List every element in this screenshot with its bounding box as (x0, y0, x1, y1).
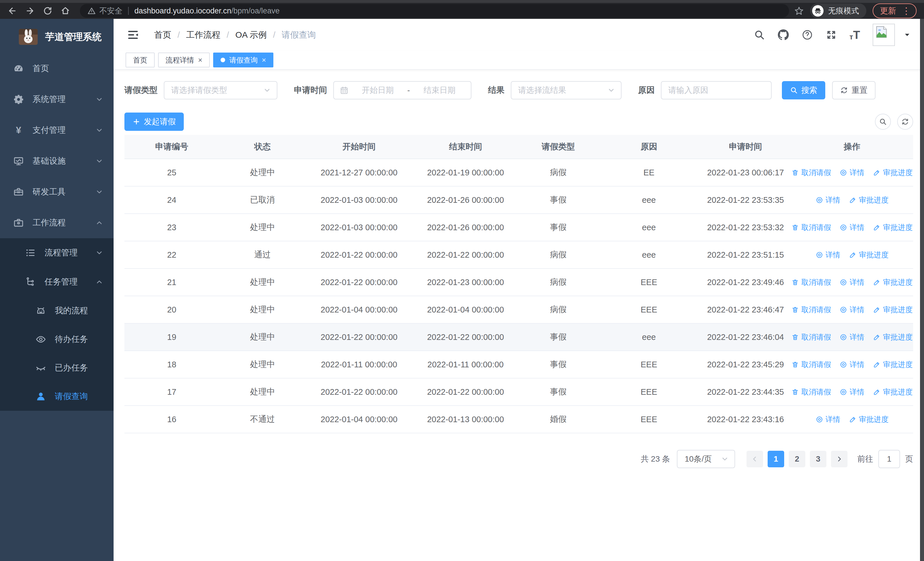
search-icon (790, 86, 798, 94)
approval-progress-link[interactable]: 审批进度 (873, 277, 913, 287)
approval-progress-link[interactable]: 审批进度 (873, 387, 913, 397)
cancel-leave-link[interactable]: 取消请假 (791, 387, 831, 397)
github-icon[interactable] (778, 29, 789, 41)
page-size-value[interactable] (678, 454, 715, 463)
prev-page-button[interactable] (747, 451, 763, 467)
breadcrumb-item[interactable]: 首页 (154, 29, 171, 41)
reason-input-box[interactable] (661, 81, 772, 99)
leave-type-select-input[interactable] (164, 86, 257, 95)
cancel-leave-link[interactable]: 取消请假 (791, 305, 831, 315)
fullscreen-icon[interactable] (825, 29, 837, 41)
cancel-leave-link[interactable]: 取消请假 (791, 277, 831, 287)
sidebar-item-system-mgmt[interactable]: 系统管理 (0, 84, 114, 115)
detail-link[interactable]: 详情 (816, 415, 840, 424)
cancel-leave-link[interactable]: 取消请假 (791, 359, 831, 370)
leave-type-select[interactable] (164, 81, 278, 99)
home-icon[interactable] (60, 6, 70, 16)
tab-close-icon[interactable]: × (198, 56, 202, 64)
sidebar-item-dev-tools[interactable]: 研发工具 (0, 176, 114, 208)
detail-link[interactable]: 详情 (840, 277, 864, 287)
sidebar-item-process-mgmt[interactable]: 流程管理 (0, 238, 114, 267)
sidebar-item-done-tasks[interactable]: 已办任务 (0, 353, 114, 382)
breadcrumb-item[interactable]: OA 示例 (236, 29, 267, 41)
font-size-icon[interactable]: тT (849, 29, 860, 41)
calendar-icon (340, 86, 349, 95)
table-cell: 2022-01-22 23:44:35 (700, 378, 791, 406)
page-button-2[interactable]: 2 (789, 451, 805, 467)
cancel-leave-link[interactable]: 取消请假 (791, 223, 831, 233)
browser-menu-icon[interactable]: ⋮ (902, 6, 911, 15)
browser-update-button[interactable]: 更新 ⋮ (873, 3, 916, 18)
reset-button[interactable]: 重置 (832, 81, 876, 99)
user-menu-caret-icon[interactable] (903, 31, 911, 39)
detail-link[interactable]: 详情 (816, 195, 840, 205)
svg-text:¥: ¥ (16, 125, 21, 135)
tab-leave-query[interactable]: 请假查询× (213, 53, 273, 68)
table-cell: 处理中 (219, 323, 306, 351)
start-date-input[interactable] (349, 86, 406, 95)
end-date-input[interactable] (411, 86, 469, 95)
result-select-input[interactable] (512, 86, 602, 95)
table-row: 19处理中2022-01-22 00:00:002022-01-22 00:00… (124, 323, 913, 351)
tab-home[interactable]: 首页 (126, 53, 154, 68)
forward-icon[interactable] (25, 6, 35, 16)
approval-progress-link[interactable]: 审批进度 (849, 250, 889, 260)
approval-progress-link[interactable]: 审批进度 (873, 223, 913, 233)
address-bar[interactable]: 不安全 dashboard.yudao.iocoder.cn/bpm/oa/le… (80, 4, 789, 18)
detail-link[interactable]: 详情 (840, 359, 864, 370)
table-row: 17处理中2022-01-22 00:00:002022-01-22 00:00… (124, 378, 913, 406)
sidebar-item-infrastructure[interactable]: 基础设施 (0, 146, 114, 176)
page-size-select[interactable] (677, 450, 735, 468)
avatar[interactable] (873, 24, 895, 46)
jump-page-input[interactable] (878, 450, 900, 468)
sidebar-collapse-icon[interactable] (127, 29, 139, 41)
breadcrumb-separator: / (226, 30, 229, 40)
breadcrumb-item[interactable]: 工作流程 (186, 29, 220, 41)
approval-progress-link[interactable]: 审批进度 (873, 168, 913, 177)
reload-icon[interactable] (43, 6, 52, 16)
create-leave-button[interactable]: 发起请假 (124, 113, 184, 131)
sidebar-item-home[interactable]: 首页 (0, 53, 114, 84)
detail-link[interactable]: 详情 (816, 250, 840, 260)
approval-progress-link[interactable]: 审批进度 (849, 195, 889, 205)
detail-link[interactable]: 详情 (840, 387, 864, 397)
next-page-button[interactable] (831, 451, 848, 467)
detail-link[interactable]: 详情 (840, 168, 864, 177)
sidebar-logo[interactable]: 芋道管理系统 (0, 19, 114, 53)
cancel-leave-link[interactable]: 取消请假 (791, 332, 831, 342)
table-cell: 事假 (519, 378, 597, 406)
approval-progress-link[interactable]: 审批进度 (873, 359, 913, 370)
approval-progress-link[interactable]: 审批进度 (873, 305, 913, 315)
sidebar-item-task-mgmt[interactable]: 任务管理 (0, 267, 114, 296)
detail-link[interactable]: 详情 (840, 223, 864, 233)
tab-close-icon[interactable]: × (262, 56, 266, 64)
sidebar-item-leave-query[interactable]: 请假查询 (0, 382, 114, 411)
security-warning-icon[interactable] (87, 7, 96, 15)
detail-link[interactable]: 详情 (840, 332, 864, 342)
sidebar-item-workflow[interactable]: 工作流程 (0, 208, 114, 238)
sidebar-item-todo-tasks[interactable]: 待办任务 (0, 325, 114, 353)
reason-input[interactable] (662, 86, 771, 95)
back-icon[interactable] (8, 6, 17, 16)
table-row: 21处理中2022-01-22 00:00:002022-01-23 00:00… (124, 269, 913, 296)
refresh-table-button[interactable] (897, 114, 913, 130)
bookmark-star-icon[interactable] (794, 6, 804, 16)
actions-cell: 取消请假详情审批进度 (791, 351, 913, 378)
tab-process-detail[interactable]: 流程详情× (158, 53, 210, 68)
sidebar-item-payment-mgmt[interactable]: ¥支付管理 (0, 115, 114, 146)
cancel-leave-link[interactable]: 取消请假 (791, 168, 831, 177)
page-button-3[interactable]: 3 (810, 451, 826, 467)
page-scrollbar[interactable] (920, 19, 924, 561)
apply-time-range-picker[interactable]: - (333, 81, 471, 99)
approval-progress-link[interactable]: 审批进度 (873, 332, 913, 342)
result-select[interactable] (511, 81, 621, 99)
approval-progress-link[interactable]: 审批进度 (849, 415, 889, 424)
toggle-search-button[interactable] (875, 114, 891, 130)
table-header: 申请编号状态开始时间结束时间请假类型原因申请时间操作 (124, 135, 913, 159)
page-button-1[interactable]: 1 (768, 451, 784, 467)
detail-link[interactable]: 详情 (840, 305, 864, 315)
search-icon[interactable] (754, 29, 765, 41)
search-button[interactable]: 搜索 (782, 81, 825, 99)
help-icon[interactable] (802, 29, 813, 41)
sidebar-item-my-process[interactable]: 我的流程 (0, 296, 114, 325)
